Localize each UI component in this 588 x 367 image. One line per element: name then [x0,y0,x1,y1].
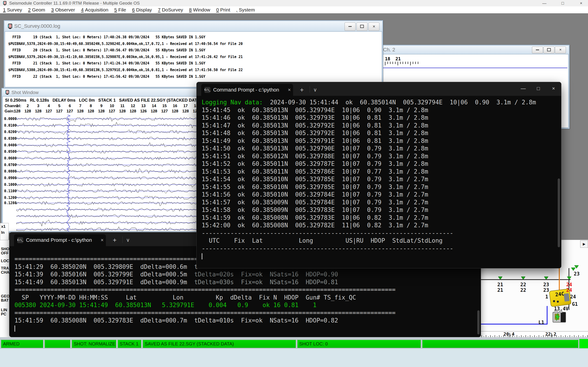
gain-value: 128 [128,109,138,114]
tab-close-icon[interactable]: × [288,84,291,96]
nav-data-row: 15:42:00 ok 60.385008N 005.329782E 11|06… [197,222,561,229]
app-title: Seismodule Controller 11.1.69.0 RTM Rele… [9,0,140,6]
ruler-distance-label: 20.4 [503,332,515,336]
terminal-tab[interactable]: C:\_ Command Prompt - c:\python × [14,234,106,246]
close-icon[interactable]: × [368,23,380,31]
terminal-tab-title: Command Prompt - c:\python [213,84,280,96]
panel-label-fragment: CHA [1,270,9,275]
gain-value: 128 [75,109,86,114]
channel-number: 4 [43,103,54,108]
menu-item[interactable]: , System [233,6,258,13]
time-label: 0.1280 [4,201,16,205]
panel-label-fragment: PC [1,312,6,316]
time-label: 0.1200 [4,196,16,200]
tab-dropdown-icon[interactable]: ∨ [126,236,130,244]
status-cell: SHOT LOC: 0 [297,340,421,348]
menu-item[interactable]: 0 Print [213,6,233,13]
gain-value: 128 [180,109,191,114]
status-cell: SHOT: NORMALIZE [72,340,116,348]
menu-item[interactable]: 5 File [111,6,129,13]
station-number-top: 22 [516,282,530,287]
new-tab-button[interactable]: + [300,85,304,94]
gain-value: 128 [12,109,23,114]
close-button[interactable]: × [574,0,588,6]
time-label: 0.0600 [4,156,16,160]
tab-close-icon[interactable]: × [101,234,104,246]
separator-line: ========================================… [9,309,481,317]
gain-value: 128 [96,109,107,114]
terminal-tab[interactable]: C:\_ Command Prompt - c:\python × [201,84,293,96]
minimize-button[interactable]: — [516,82,531,96]
survey-log-window[interactable]: SC_Survey.0000.log × FFID 19 (Stack 1, S… [4,20,383,88]
menu-item[interactable]: 3 Observer [48,6,78,13]
nav-data-row: 15:41:56 ok 60.385010N 005.329784E 10|07… [197,191,561,199]
time-label: 0.0200 [4,130,16,134]
nav-data-row: 15:41:50 ok 60.385013N 005.329790E 10|07… [197,145,561,152]
minimize-button[interactable]: — [537,0,551,6]
gain-value: 127 [54,109,65,114]
nav-log-header-line: Logging Nav data: 2024-09-30 15:41:44 ok… [197,99,561,106]
status-bar: ARMEDSHOT: NORMALIZESTACK 1SAVED AS FILE… [0,337,588,349]
menu-item[interactable]: 4 Acquisition [78,6,111,13]
mdi-area: Ch. 2 × 18 21 SC_Survey.0000.log × [0,13,588,337]
menu-item[interactable]: 2 Geom [25,6,48,13]
time-label: 0.0900 [4,176,16,180]
panel-label-fragment: In [1,231,5,235]
close-button[interactable]: × [546,82,561,96]
menu-item[interactable]: 6 Display [129,6,155,13]
channel-number: 2 [23,103,33,108]
channel-number: 8 [86,103,96,108]
time-label: 0.0400 [4,143,16,147]
new-tab-button[interactable]: + [113,236,116,245]
terminal-cursor [202,253,202,259]
side-station-label: 23 [574,271,579,277]
log-line: $PUIBNAV,5378,2024-09-30,15:40:49,60.385… [5,41,382,47]
nav-data-row: 15:41:52 ok 60.385011N 005.329787E 10|07… [197,160,561,168]
menu-item[interactable]: 1 Survey [0,6,25,13]
menu-item[interactable]: 8 Window [186,6,213,13]
tab-dropdown-icon[interactable]: ∨ [313,86,317,94]
channel-number: 15 [159,103,170,108]
nav-data-row: 15:41:58 ok 60.385009N 005.329783E 10|07… [197,206,561,214]
gain-value: 127 [43,109,54,114]
gain-value: 128 [33,109,44,114]
minimize-button[interactable] [345,23,355,31]
menu-item[interactable]: 7 DoSurvey [155,6,186,13]
scroll-right-button[interactable]: ▶ [580,240,588,248]
nav-data-row: 15:41:48 ok 60.385013N 005.329792E 10|06… [197,129,561,137]
left-panel-fragment: x1In [0,223,9,240]
scrollbar-thumb[interactable] [558,178,560,247]
app-titlebar: Seismodule Controller 11.1.69.0 RTM Rele… [0,0,588,6]
terminal-output[interactable]: Logging Nav data: 2024-09-30 15:41:44 ok… [197,96,561,268]
minimize-button[interactable] [532,47,543,53]
terminal-titlebar[interactable]: C:\_ Command Prompt - c:\python × + ∨ — … [197,82,561,96]
channel-number: 16 [170,103,180,108]
maximize-button[interactable] [544,47,554,53]
station-number-top: 23 [539,282,553,287]
gain-value: 128 [117,109,128,114]
nav-data-row: 15:41:45 ok 60.385013N 005.329794E 10|06… [197,106,561,114]
time-label: 0.0500 [4,150,16,153]
status-cell [422,340,578,348]
close-icon[interactable]: × [555,47,566,53]
shot-info-line: SI 0.250ms RL 0.128s DELAY 0ms LOC 0m ST… [5,98,221,103]
restore-button[interactable] [356,23,367,31]
channel2-window-title: Ch. 2 [383,46,395,54]
maximize-button[interactable]: □ [531,82,546,96]
channel-number: 13 [138,103,149,108]
geode-suffix-label: 24 [570,294,576,300]
command-prompt-window-foreground[interactable]: C:\_ Command Prompt - c:\python × + ∨ — … [196,82,561,268]
scrollbar-thumb[interactable] [477,310,480,334]
panel-label-fragment: LIN [1,308,7,312]
log-line: $PUIBNAV,5380,2024-09-30,15:41:49,60.385… [5,67,382,73]
maximize-button[interactable]: □ [556,0,570,6]
channel2-ruler-ticks [385,62,454,66]
gain-value: 128 [170,109,180,114]
log-window-title: SC_Survey.0000.log [14,21,60,31]
channel-number: 6 [65,103,75,108]
nav-row: 15:41:59 60.385008N 005.329783E dDelta=0… [9,317,481,325]
gain-value: 127 [159,109,170,114]
channel-number: 9 [96,103,107,108]
log-line: FFID 21 (Stack 1, Shot Loc: 0 Meters) 17… [5,60,382,67]
nav-data-row: 15:41:54 ok 60.385010N 005.329785E 10|07… [197,175,561,183]
